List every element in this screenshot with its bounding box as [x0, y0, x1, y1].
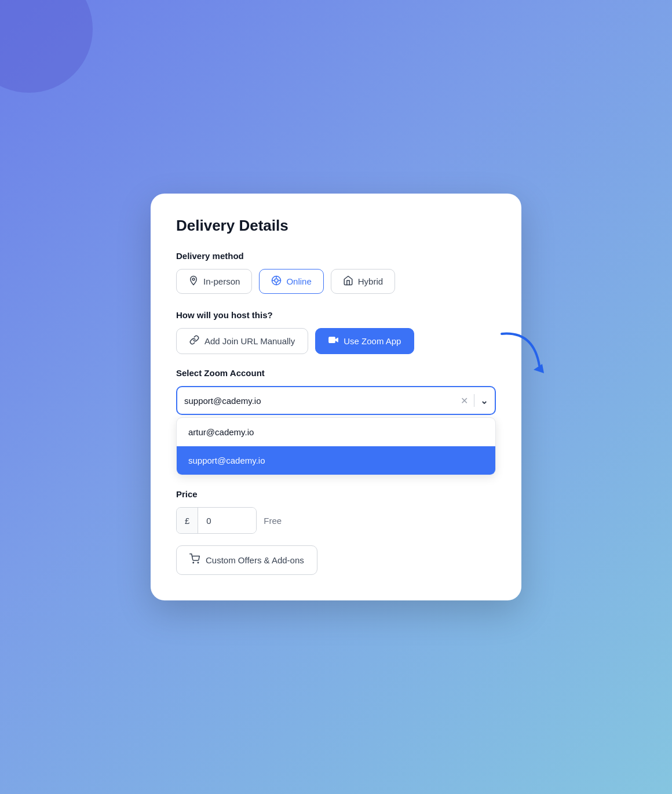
dropdown-option-artur[interactable]: artur@cademy.io: [177, 418, 495, 446]
zoom-account-label: Select Zoom Account: [176, 368, 496, 378]
zoom-account-dropdown[interactable]: support@cademy.io ✕ ⌄: [176, 386, 496, 415]
dropdown-divider: [474, 394, 474, 407]
add-url-button[interactable]: Add Join URL Manually: [176, 328, 308, 354]
method-hybrid-label: Hybrid: [358, 276, 383, 286]
delivery-details-card: Delivery Details Delivery method In-pers…: [151, 194, 521, 600]
card-title: Delivery Details: [176, 217, 496, 235]
arrow-annotation: [499, 328, 548, 380]
zoom-app-label: Use Zoom App: [344, 336, 401, 346]
price-input-wrapper: £: [176, 507, 257, 534]
add-url-label: Add Join URL Manually: [204, 336, 295, 346]
free-label: Free: [264, 516, 282, 526]
location-icon: [188, 275, 199, 287]
method-online-button[interactable]: Online: [259, 269, 323, 294]
price-input[interactable]: [198, 508, 256, 533]
svg-point-11: [198, 562, 199, 563]
svg-marker-7: [335, 338, 338, 342]
price-section: Price £ Free: [176, 489, 496, 534]
svg-rect-8: [329, 337, 335, 343]
zoom-account-dropdown-list: artur@cademy.io support@cademy.io: [176, 417, 496, 475]
host-method-section: How will you host this? Add Join URL Man…: [176, 310, 496, 354]
custom-offers-label: Custom Offers & Add-ons: [206, 555, 304, 565]
svg-point-10: [193, 562, 194, 563]
hybrid-icon: [343, 275, 353, 287]
delivery-method-row: In-person Online: [176, 269, 496, 294]
custom-offers-button[interactable]: Custom Offers & Add-ons: [176, 545, 317, 575]
cart-icon: [189, 553, 200, 567]
link-icon: [189, 335, 199, 347]
clear-selection-icon[interactable]: ✕: [461, 395, 468, 406]
price-label: Price: [176, 489, 496, 499]
dropdown-option-support[interactable]: support@cademy.io: [177, 446, 495, 475]
online-icon: [271, 275, 282, 287]
zoom-account-selected-value: support@cademy.io: [184, 396, 461, 406]
method-inperson-label: In-person: [203, 276, 240, 286]
method-online-label: Online: [286, 276, 311, 286]
zoom-account-section: Select Zoom Account support@cademy.io ✕ …: [176, 368, 496, 475]
method-inperson-button[interactable]: In-person: [176, 269, 252, 294]
host-method-label: How will you host this?: [176, 310, 496, 320]
price-row: £ Free: [176, 507, 496, 534]
svg-point-2: [275, 279, 278, 282]
svg-point-0: [192, 278, 195, 281]
chevron-down-icon[interactable]: ⌄: [480, 395, 488, 406]
host-method-row: Add Join URL Manually Use Zoom App: [176, 328, 496, 354]
method-hybrid-button[interactable]: Hybrid: [331, 269, 395, 294]
delivery-method-section: Delivery method In-person: [176, 251, 496, 294]
video-camera-icon: [328, 335, 338, 347]
delivery-method-label: Delivery method: [176, 251, 496, 261]
currency-symbol: £: [177, 508, 198, 533]
zoom-app-button[interactable]: Use Zoom App: [315, 328, 414, 354]
